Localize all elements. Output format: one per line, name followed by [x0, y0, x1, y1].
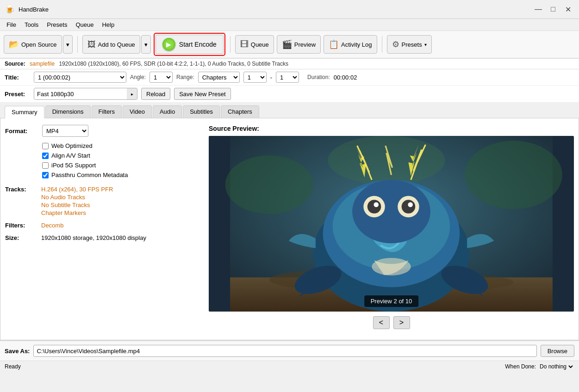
format-select[interactable]: MP4 MKV WebM: [42, 125, 88, 137]
svg-point-15: [367, 200, 381, 214]
tab-video[interactable]: Video: [123, 105, 152, 118]
tab-dimensions[interactable]: Dimensions: [45, 105, 91, 118]
checkbox-group: Web Optimized Align A/V Start iPod 5G Su…: [42, 142, 199, 178]
tab-summary[interactable]: Summary: [5, 106, 44, 118]
preview-image: [209, 136, 574, 312]
tab-audio[interactable]: Audio: [153, 105, 182, 118]
title-select[interactable]: 1 (00:00:02): [34, 72, 126, 83]
app-title: HandBrake: [19, 6, 49, 13]
toolbar-separator-3: [382, 36, 382, 53]
queue-label: Queue: [251, 41, 269, 48]
checkbox-web-optimized-label: Web Optimized: [51, 142, 93, 149]
activity-log-button[interactable]: 📋 Activity Log: [324, 35, 377, 54]
save-new-preset-button[interactable]: Save New Preset: [174, 88, 230, 100]
angle-select[interactable]: 1: [149, 72, 173, 83]
preset-row: Preset: ▸ Reload Save New Preset: [0, 86, 579, 103]
start-encode-wrapper: ▶ Start Encode: [154, 33, 225, 56]
menu-file[interactable]: File: [3, 20, 20, 30]
preset-select-wrapper[interactable]: ▸: [34, 88, 137, 100]
open-source-label: Open Source: [21, 41, 57, 48]
chapter-to-select[interactable]: 1: [276, 72, 299, 83]
preview-next-button[interactable]: >: [393, 316, 410, 329]
duration-value: 00:00:02: [334, 74, 357, 81]
checkbox-ipod-5g[interactable]: iPod 5G Support: [42, 162, 199, 169]
preview-button[interactable]: 🎬 Preview: [277, 35, 321, 54]
add-to-queue-group: 🖼 Add to Queue ▾: [82, 35, 151, 54]
track-2: No Audio Tracks: [41, 194, 113, 201]
size-value: 1920x1080 storage, 1920x1080 display: [41, 234, 146, 241]
browse-button[interactable]: Browse: [541, 345, 574, 357]
open-source-dropdown-button[interactable]: ▾: [63, 35, 73, 54]
range-label: Range:: [176, 74, 194, 80]
svg-point-21: [372, 258, 411, 276]
angle-label: Angle:: [130, 74, 146, 80]
queue-button[interactable]: 🎞 Queue: [235, 35, 274, 54]
menu-tools[interactable]: Tools: [21, 20, 42, 30]
titlebar: 🍺 HandBrake — □ ✕: [0, 0, 579, 19]
menu-presets[interactable]: Presets: [43, 20, 71, 30]
preset-arrow-button[interactable]: ▸: [127, 88, 137, 99]
preview-prev-button[interactable]: <: [373, 316, 390, 329]
size-section: Size: 1920x1080 storage, 1920x1080 displ…: [5, 234, 199, 241]
checkbox-passthru[interactable]: Passthru Common Metadata: [42, 172, 199, 178]
start-encode-icon: ▶: [162, 38, 175, 51]
svg-point-3: [328, 136, 445, 185]
maximize-button[interactable]: □: [547, 3, 560, 16]
status-bar: Ready When Done: Do nothing: [0, 361, 579, 372]
track-1: H.264 (x264), 30 FPS PFR: [41, 186, 113, 193]
close-button[interactable]: ✕: [561, 3, 574, 16]
checkbox-web-optimized[interactable]: Web Optimized: [42, 142, 199, 149]
preset-label: Preset:: [5, 91, 30, 98]
presets-button[interactable]: ⚙ Presets ▾: [387, 35, 432, 54]
svg-point-2: [465, 141, 562, 209]
checkbox-ipod-5g-input[interactable]: [42, 162, 49, 169]
menu-help[interactable]: Help: [98, 20, 118, 30]
queue-icon: 🎞: [240, 40, 249, 49]
saveas-input[interactable]: [33, 345, 536, 357]
when-done-label: When Done:: [505, 363, 536, 370]
svg-point-18: [408, 202, 413, 208]
tab-chapters[interactable]: Chapters: [221, 105, 259, 118]
add-to-queue-dropdown-button[interactable]: ▾: [141, 35, 151, 54]
tracks-section: Tracks: H.264 (x264), 30 FPS PFR No Audi…: [5, 186, 199, 216]
preset-input[interactable]: [34, 88, 127, 99]
filters-label: Filters:: [5, 222, 37, 229]
app-logo: 🍺: [5, 4, 15, 14]
duration-label: Duration:: [307, 74, 330, 80]
checkbox-align-av-label: Align A/V Start: [51, 152, 90, 159]
track-4: Chapter Markers: [41, 209, 113, 216]
saveas-label: Save As:: [5, 348, 30, 355]
checkbox-web-optimized-input[interactable]: [42, 143, 49, 149]
menubar: File Tools Presets Queue Help: [0, 19, 579, 31]
checkbox-ipod-5g-label: iPod 5G Support: [51, 162, 96, 169]
activity-log-label: Activity Log: [341, 41, 372, 48]
open-source-button[interactable]: 📂 Open Source: [4, 35, 62, 54]
checkbox-align-av[interactable]: Align A/V Start: [42, 152, 199, 159]
tab-subtitles[interactable]: Subtitles: [183, 105, 220, 118]
chapter-from-select[interactable]: 1: [243, 72, 267, 83]
preview-badge: Preview 2 of 10: [364, 295, 419, 307]
when-done-group: When Done: Do nothing: [505, 363, 574, 370]
tab-filters[interactable]: Filters: [92, 105, 122, 118]
svg-point-16: [402, 200, 416, 214]
open-source-icon: 📂: [9, 39, 19, 49]
filter-decomb: Decomb: [41, 222, 63, 229]
source-bar: Source: samplefile 1920x1080 (1920x1080)…: [0, 59, 579, 69]
chapter-range-dash: -: [270, 74, 272, 81]
minimize-button[interactable]: —: [532, 3, 545, 16]
checkbox-passthru-input[interactable]: [42, 172, 49, 178]
title-row: Title: 1 (00:00:02) Angle: 1 Range: Chap…: [0, 69, 579, 86]
start-encode-button[interactable]: ▶ Start Encode: [156, 35, 224, 54]
checkbox-align-av-input[interactable]: [42, 153, 49, 159]
main-content: Format: MP4 MKV WebM Web Optimized Align…: [0, 118, 579, 340]
presets-label: Presets: [402, 41, 422, 48]
when-done-select[interactable]: Do nothing: [538, 363, 574, 370]
presets-icon: ⚙: [392, 39, 399, 49]
menu-queue[interactable]: Queue: [72, 20, 97, 30]
add-to-queue-button[interactable]: 🖼 Add to Queue: [82, 35, 140, 54]
add-to-queue-icon: 🖼: [87, 40, 96, 49]
range-select[interactable]: Chapters: [198, 72, 240, 83]
reload-button[interactable]: Reload: [141, 88, 170, 100]
open-source-group: 📂 Open Source ▾: [4, 35, 73, 54]
filters-value: Decomb: [41, 222, 63, 229]
